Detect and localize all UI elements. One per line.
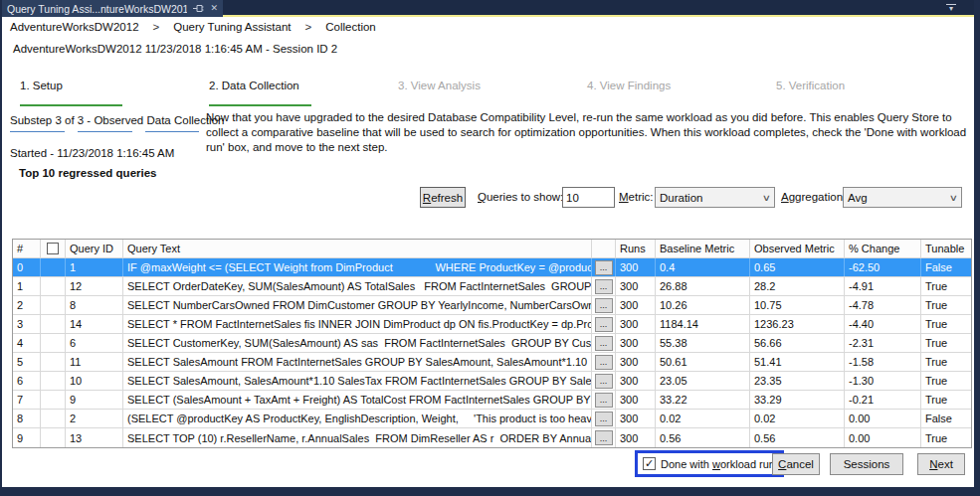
cell-percent-change: -4.40 <box>845 315 921 333</box>
done-with-workload-label: Done with workload run <box>661 458 775 470</box>
cell-runs: 300 <box>616 391 656 409</box>
wizard-step[interactable]: 2. Data Collection <box>209 80 398 106</box>
breadcrumb-item[interactable]: Query Tuning Assistant <box>173 21 291 33</box>
refresh-button[interactable]: Refresh <box>420 187 466 208</box>
wizard-step[interactable]: 4. View Findings <box>587 80 776 106</box>
cell-row-number: 5 <box>13 353 41 371</box>
window-menu-arrow-icon[interactable]: ▾ <box>946 4 956 12</box>
query-tuning-assistant-window: Query Tuning Assi...ntureWorksDW2012] ✕ … <box>0 0 980 496</box>
breadcrumb-item[interactable]: Collection <box>325 21 376 33</box>
cell-ellipsis: ... <box>592 334 616 352</box>
cell-query-id: 12 <box>66 277 123 295</box>
cell-observed-metric: 0.56 <box>750 428 845 447</box>
cell-baseline-metric: 1184.14 <box>656 315 750 333</box>
cell-runs: 300 <box>616 410 656 427</box>
query-text-ellipsis-button[interactable]: ... <box>595 298 613 313</box>
query-text-ellipsis-button[interactable]: ... <box>595 317 613 332</box>
breadcrumb: AdventureWorksDW2012>Query Tuning Assist… <box>10 21 376 33</box>
header-observed-metric[interactable]: Observed Metric <box>750 240 845 257</box>
cell-runs: 300 <box>616 334 656 352</box>
header-percent-change[interactable]: % Change <box>845 240 921 257</box>
cell-percent-change: -1.30 <box>845 372 921 390</box>
wizard-step-underline <box>398 104 500 106</box>
cell-observed-metric: 1236.23 <box>750 315 845 333</box>
header-query-text[interactable]: Query Text <box>123 240 592 257</box>
document-tab[interactable]: Query Tuning Assi...ntureWorksDW2012] ✕ <box>2 0 223 17</box>
cancel-button[interactable]: Cancel <box>772 453 820 475</box>
cell-row-number: 4 <box>13 334 41 352</box>
table-row[interactable]: 01IF @maxWeight <= (SELECT Weight from D… <box>13 258 971 277</box>
query-text-ellipsis-button[interactable]: ... <box>595 412 613 426</box>
query-text-ellipsis-button[interactable]: ... <box>595 336 613 351</box>
queries-to-show-input[interactable] <box>562 187 615 208</box>
substep-description: Now that you have upgraded to the desire… <box>206 110 974 155</box>
aggregation-dropdown[interactable]: Avg ∨ <box>843 187 962 208</box>
header-query-id[interactable]: Query ID <box>66 240 123 257</box>
wizard-step[interactable]: 5. Verification <box>776 80 965 106</box>
cell-percent-change: -4.91 <box>845 277 921 295</box>
cell-query-text: SELECT NumberCarsOwned FROM DimCustomer … <box>123 296 592 314</box>
cell-query-id: 2 <box>66 410 123 427</box>
cell-tunable: True <box>921 372 971 390</box>
started-timestamp: Started - 11/23/2018 1:16:45 AM <box>10 147 174 159</box>
header-tunable[interactable]: Tunable <box>921 240 971 257</box>
breadcrumb-item[interactable]: AdventureWorksDW2012 <box>10 21 139 33</box>
regressed-queries-grid: # Query ID Query Text Runs Baseline Metr… <box>12 239 972 448</box>
grid-title: Top 10 regressed queries <box>19 167 156 179</box>
cell-checkbox <box>41 296 66 314</box>
close-icon[interactable]: ✕ <box>210 4 218 13</box>
header-runs[interactable]: Runs <box>616 240 656 257</box>
chevron-down-icon: ∨ <box>762 193 771 203</box>
cell-row-number: 3 <box>13 315 41 333</box>
cell-tunable: True <box>921 277 971 295</box>
wizard-step[interactable]: 3. View Analysis <box>398 80 587 106</box>
table-row[interactable]: 82(SELECT @productKey AS ProductKey, Eng… <box>13 410 971 428</box>
cell-query-text: SELECT OrderDateKey, SUM(SalesAmount) AS… <box>123 277 592 295</box>
cell-query-text: (SELECT @productKey AS ProductKey, Engli… <box>123 410 592 427</box>
cell-query-text: SELECT SalesAmount FROM FactInternetSale… <box>123 353 592 371</box>
query-text-ellipsis-button[interactable]: ... <box>595 260 613 275</box>
query-text-ellipsis-button[interactable]: ... <box>595 279 613 294</box>
wizard-step-underline <box>587 104 689 106</box>
select-all-checkbox[interactable] <box>47 243 59 254</box>
header-baseline-metric[interactable]: Baseline Metric <box>656 240 750 257</box>
cell-tunable: False <box>921 410 971 427</box>
cell-runs: 300 <box>616 428 656 447</box>
query-text-ellipsis-button[interactable]: ... <box>595 374 613 389</box>
cell-tunable: True <box>921 315 971 333</box>
done-with-workload-checkbox[interactable]: ✓ <box>643 457 656 470</box>
cell-query-id: 10 <box>66 372 123 390</box>
sessions-button[interactable]: Sessions <box>830 453 903 475</box>
grid-header-row: # Query ID Query Text Runs Baseline Metr… <box>13 240 971 258</box>
table-row[interactable]: 28SELECT NumberCarsOwned FROM DimCustome… <box>13 296 971 315</box>
check-icon: ✓ <box>645 457 654 470</box>
cell-row-number: 6 <box>13 372 41 390</box>
cell-query-id: 11 <box>66 353 123 371</box>
cell-tunable: True <box>921 353 971 371</box>
table-row[interactable]: 46SELECT CustomerKey, SUM(SalesAmount) A… <box>13 334 971 353</box>
cell-runs: 300 <box>616 353 656 371</box>
cell-query-text: SELECT (SalesAmount + TaxAmt + Freight) … <box>123 391 592 409</box>
table-row[interactable]: 913SELECT TOP (10) r.ResellerName, r.Ann… <box>13 428 971 447</box>
cell-query-id: 14 <box>66 315 123 333</box>
pin-icon[interactable] <box>193 4 204 13</box>
cell-observed-metric: 56.66 <box>750 334 845 352</box>
table-row[interactable]: 511SELECT SalesAmount FROM FactInternetS… <box>13 353 971 372</box>
header-ellipsis-spacer <box>592 240 616 257</box>
metric-label: Metric: <box>619 191 654 203</box>
wizard-step[interactable]: 1. Setup <box>20 80 209 106</box>
document-tab-bar: Query Tuning Assi...ntureWorksDW2012] ✕ … <box>2 0 974 17</box>
cell-query-text: SELECT CustomerKey, SUM(SalesAmount) AS … <box>123 334 592 352</box>
query-text-ellipsis-button[interactable]: ... <box>595 355 613 370</box>
table-row[interactable]: 314SELECT * FROM FactInternetSales fis I… <box>13 315 971 334</box>
table-row[interactable]: 79SELECT (SalesAmount + TaxAmt + Freight… <box>13 391 971 410</box>
query-text-ellipsis-button[interactable]: ... <box>595 393 613 408</box>
next-button[interactable]: Next <box>917 453 965 475</box>
query-text-ellipsis-button[interactable]: ... <box>595 430 613 445</box>
table-row[interactable]: 610SELECT SalesAmount, SalesAmount*1.10 … <box>13 372 971 391</box>
table-row[interactable]: 112SELECT OrderDateKey, SUM(SalesAmount)… <box>13 277 971 296</box>
wizard-step-underline <box>20 104 122 106</box>
header-row-number[interactable]: # <box>13 240 41 257</box>
metric-dropdown[interactable]: Duration ∨ <box>655 187 775 208</box>
cell-ellipsis: ... <box>592 428 616 447</box>
